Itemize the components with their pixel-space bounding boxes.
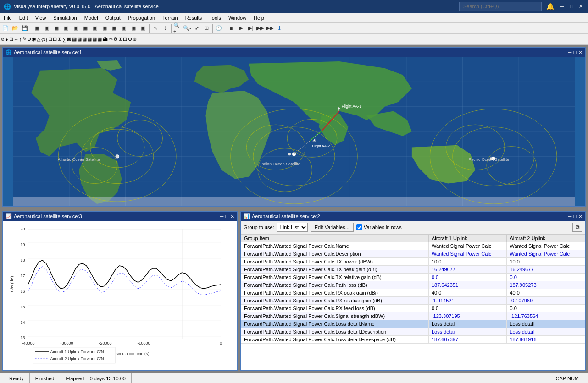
data-table-container[interactable]: Group Item Aircraft 1 Uplink Aircraft 2 …	[241, 234, 585, 370]
chart-minimize-btn[interactable]: ─	[220, 213, 224, 219]
menu-simulation[interactable]: Simulation	[50, 13, 80, 23]
tb-b11[interactable]: ▣	[129, 24, 138, 33]
tb2-b6[interactable]: ⊕	[27, 36, 31, 42]
tb2-b18[interactable]: ▦	[87, 36, 92, 42]
table-row[interactable]: ForwardPath.Wanted Signal Power Calc.Sig…	[241, 312, 585, 320]
tb-b12[interactable]: ▣	[139, 24, 148, 33]
tb-b4[interactable]: ▣	[61, 24, 71, 33]
tb2-b7[interactable]: ◉	[32, 36, 36, 42]
tb2-b15[interactable]: ▦	[72, 36, 77, 42]
tb2-b27[interactable]: ⊗	[133, 36, 137, 42]
tb2-b17[interactable]: ▦	[82, 36, 87, 42]
table-row[interactable]: ForwardPath.Wanted Signal Power Calc.Pat…	[241, 281, 585, 289]
tb2-b26[interactable]: ⊕	[128, 36, 132, 42]
tb2-b24[interactable]: ⊞	[118, 36, 122, 42]
search-input[interactable]	[459, 2, 542, 11]
menu-edit[interactable]: Edit	[16, 13, 32, 23]
menu-propagation[interactable]: Propagation	[124, 13, 159, 23]
data-minimize-btn[interactable]: ─	[568, 213, 572, 219]
tb-open[interactable]: 📂	[11, 24, 20, 33]
table-row[interactable]: ForwardPath.Wanted Signal Power Calc.Los…	[241, 320, 585, 328]
tb2-b16[interactable]: ▦	[77, 36, 82, 42]
tb-b10[interactable]: ▣	[119, 24, 128, 33]
tb2-b2[interactable]: ●	[5, 37, 8, 42]
tb-fastfwd2[interactable]: ▶▶	[265, 24, 274, 33]
group-to-use-select[interactable]: Link List	[277, 223, 308, 232]
menu-view[interactable]: View	[32, 13, 50, 23]
tb2-grid[interactable]: ⊞	[9, 36, 13, 42]
map-maximize-btn[interactable]: □	[573, 49, 577, 55]
tb-zoomin[interactable]: 🔍+	[173, 24, 182, 33]
table-row[interactable]: ForwardPath.Wanted Signal Power Calc.Los…	[241, 328, 585, 336]
tb2-b23[interactable]: ⚙	[113, 36, 118, 42]
data-maximize-btn[interactable]: □	[573, 213, 577, 219]
notification-icon[interactable]: 🔔	[546, 3, 554, 10]
tb-fastfwd[interactable]: ▶▶	[255, 24, 265, 33]
tb-zoomout[interactable]: 🔍-	[183, 24, 192, 33]
tb-cursor[interactable]: ↖	[151, 24, 160, 33]
menu-results[interactable]: Results	[182, 13, 206, 23]
tb-b7[interactable]: ▣	[90, 24, 100, 33]
tb2-b9[interactable]: {x}	[41, 37, 47, 42]
tb-save[interactable]: 💾	[20, 24, 29, 33]
tb-b8[interactable]: ▣	[100, 24, 109, 33]
tb2-b4[interactable]: ↕	[19, 37, 22, 42]
table-row[interactable]: ForwardPath.Wanted Signal Power Calc.RX …	[241, 297, 585, 305]
table-row[interactable]: ForwardPath.Wanted Signal Power Calc.Des…	[241, 250, 585, 258]
table-row[interactable]: ForwardPath.Wanted Signal Power Calc.RX …	[241, 305, 585, 312]
table-row[interactable]: ForwardPath.Wanted Signal Power Calc.Nam…	[241, 242, 585, 250]
tb2-b14[interactable]: ⊠	[67, 36, 71, 42]
tb-b5[interactable]: ▣	[71, 24, 80, 33]
tb-zoomsel[interactable]: ⊡	[202, 24, 211, 33]
tb2-b11[interactable]: ⊡	[53, 36, 57, 42]
tb2-b12[interactable]: ⊞	[57, 36, 61, 42]
tb2-b25[interactable]: ⊡	[123, 36, 127, 42]
tb-play[interactable]: ▶	[236, 24, 245, 33]
tb2-b1[interactable]: ⊚	[1, 37, 5, 42]
menu-tools[interactable]: Tools	[205, 13, 225, 23]
menu-model[interactable]: Model	[81, 13, 102, 23]
tb-stepfwd[interactable]: ▶|	[246, 24, 255, 33]
tb-b6[interactable]: ▣	[81, 24, 90, 33]
chart-maximize-btn[interactable]: □	[225, 213, 228, 219]
table-row[interactable]: ForwardPath.Wanted Signal Power Calc.RX …	[241, 289, 585, 297]
menu-window[interactable]: Window	[225, 13, 250, 23]
edit-variables-button[interactable]: Edit Variables...	[311, 223, 354, 232]
close-button[interactable]: ✕	[577, 3, 584, 10]
tb2-b8[interactable]: △	[37, 36, 40, 42]
menu-output[interactable]: Output	[102, 13, 124, 23]
tb-new[interactable]: 📄	[1, 24, 10, 33]
menu-file[interactable]: File	[0, 13, 16, 23]
copy-button[interactable]: ⧉	[572, 223, 582, 232]
tb2-b22[interactable]: ✂	[109, 36, 113, 42]
tb-b9[interactable]: ▣	[110, 24, 119, 33]
map-minimize-btn[interactable]: ─	[568, 49, 572, 55]
tb-info[interactable]: ℹ	[275, 24, 284, 33]
menu-terrain[interactable]: Terrain	[159, 13, 182, 23]
tb2-b21[interactable]: 🏔	[103, 37, 108, 42]
tb-stop[interactable]: ■	[227, 24, 236, 33]
map-close-btn[interactable]: ✕	[578, 49, 582, 55]
chart-close-btn[interactable]: ✕	[230, 213, 234, 219]
tb2-b3[interactable]: ↔	[14, 37, 19, 42]
variables-in-rows-checkbox[interactable]	[356, 224, 362, 230]
tb2-b13[interactable]: ∑	[62, 37, 66, 42]
tb2-b19[interactable]: ▦	[92, 36, 97, 42]
tb2-b10[interactable]: ⊟	[48, 36, 52, 42]
maximize-button[interactable]: □	[568, 3, 575, 10]
minimize-button[interactable]: ─	[559, 3, 566, 10]
tb-select[interactable]: ⊹	[161, 24, 170, 33]
table-row[interactable]: ForwardPath.Wanted Signal Power Calc.TX …	[241, 266, 585, 274]
tb-b2[interactable]: ▣	[42, 24, 51, 33]
table-row[interactable]: ForwardPath.Wanted Signal Power Calc.Los…	[241, 336, 585, 344]
menu-help[interactable]: Help	[250, 13, 268, 23]
tb2-b20[interactable]: ▦	[97, 36, 102, 42]
data-close-btn[interactable]: ✕	[578, 213, 582, 219]
table-row[interactable]: ForwardPath.Wanted Signal Power Calc.TX …	[241, 258, 585, 266]
tb-clock[interactable]: 🕐	[214, 24, 223, 33]
tb2-b5[interactable]: ✎	[22, 36, 27, 42]
tb-b1[interactable]: ▣	[33, 24, 42, 33]
tb-zoomfit[interactable]: ⤢	[192, 24, 201, 33]
table-row[interactable]: ForwardPath.Wanted Signal Power Calc.TX …	[241, 274, 585, 281]
tb-b3[interactable]: ▣	[52, 24, 61, 33]
